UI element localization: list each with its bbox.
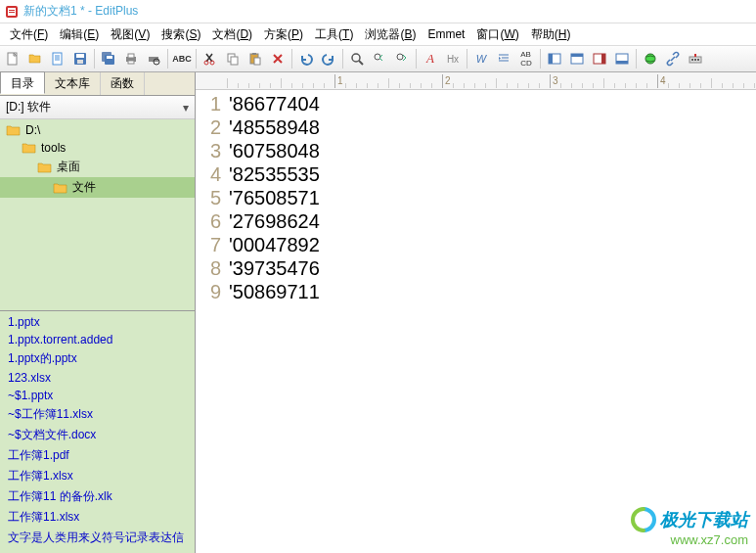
- menu-emmet[interactable]: Emmet: [422, 25, 470, 43]
- find-prev-button[interactable]: [369, 48, 390, 69]
- ruler: 123456: [196, 72, 756, 90]
- new-file-button[interactable]: [2, 48, 23, 69]
- svg-rect-37: [571, 54, 583, 57]
- drive-label: [D:] 软件: [6, 99, 51, 115]
- code-line[interactable]: '39735476: [229, 256, 756, 280]
- encoding-button[interactable]: ABCD: [515, 48, 537, 69]
- code-line[interactable]: '50869711: [229, 280, 756, 303]
- svg-rect-10: [76, 54, 84, 58]
- svg-rect-2: [9, 10, 15, 11]
- font-button[interactable]: A: [420, 48, 441, 69]
- menu-project[interactable]: 方案(P): [258, 24, 309, 45]
- ruler-number: 2: [445, 75, 451, 86]
- spell-check-button[interactable]: ABC: [171, 48, 193, 69]
- svg-rect-3: [9, 12, 15, 13]
- hex-button[interactable]: Hx: [442, 48, 464, 69]
- redo-button[interactable]: [318, 48, 339, 69]
- code-line[interactable]: '60758048: [229, 139, 756, 162]
- paste-button[interactable]: [245, 48, 266, 69]
- file-item[interactable]: 1.pptx.torrent.added: [0, 331, 195, 348]
- save-button[interactable]: [69, 48, 91, 69]
- code-line[interactable]: '76508571: [229, 186, 756, 209]
- file-item[interactable]: 1.pptx的.pptx: [0, 348, 195, 369]
- print-button[interactable]: [120, 48, 142, 69]
- line-number: 9: [196, 280, 221, 303]
- open-file-button[interactable]: [24, 48, 46, 69]
- file-item[interactable]: 工作簿1.pdf: [0, 445, 195, 466]
- menu-file[interactable]: 文件(F): [4, 24, 54, 45]
- code-line[interactable]: '27698624: [229, 209, 756, 233]
- sidebar-tabs: 目录文本库函数: [0, 72, 195, 96]
- line-number: 2: [196, 115, 221, 139]
- ruler-number: 1: [337, 75, 343, 86]
- menu-view[interactable]: 视图(V): [105, 24, 156, 45]
- svg-rect-26: [254, 58, 260, 65]
- line-number: 3: [196, 139, 221, 162]
- menu-help[interactable]: 帮助(H): [525, 24, 577, 45]
- file-item[interactable]: 123.xlsx: [0, 369, 195, 387]
- undo-button[interactable]: [295, 48, 317, 69]
- menu-tools[interactable]: 工具(T): [309, 24, 359, 45]
- code-line[interactable]: '82535535: [229, 162, 756, 186]
- settings-button[interactable]: [685, 48, 706, 69]
- code-line[interactable]: '48558948: [229, 115, 756, 139]
- svg-point-27: [352, 54, 360, 62]
- find-next-button[interactable]: [391, 48, 413, 69]
- file-item[interactable]: ~$文档文件.docx: [0, 425, 195, 445]
- document-button[interactable]: [47, 48, 68, 69]
- code-line[interactable]: '00047892: [229, 233, 756, 256]
- find-button[interactable]: [346, 48, 368, 69]
- separator: [467, 49, 467, 69]
- file-item[interactable]: 文字是人类用来义符号记录表达信: [0, 528, 195, 548]
- panel2-button[interactable]: [566, 48, 588, 69]
- file-item[interactable]: 工作簿11 的备份.xlk: [0, 486, 195, 507]
- folder-icon: [53, 181, 68, 195]
- drive-selector[interactable]: [D:] 软件 ▾: [0, 96, 195, 119]
- line-number: 4: [196, 162, 221, 186]
- separator: [167, 49, 168, 69]
- svg-point-45: [694, 59, 696, 61]
- file-item[interactable]: ~$1.pptx: [0, 387, 195, 404]
- menu-document[interactable]: 文档(D): [206, 24, 258, 45]
- file-item[interactable]: ~$工作簿11.xlsx: [0, 404, 195, 425]
- panel1-button[interactable]: [544, 48, 565, 69]
- print-preview-button[interactable]: [143, 48, 164, 69]
- window-title: 新的文档1 * - EditPlus: [23, 3, 138, 20]
- save-all-button[interactable]: [98, 48, 119, 69]
- folder-node[interactable]: 文件: [0, 177, 195, 198]
- link-button[interactable]: [662, 48, 684, 69]
- menu-search[interactable]: 搜索(S): [156, 24, 206, 45]
- svg-rect-16: [128, 54, 134, 58]
- panel4-button[interactable]: [611, 48, 633, 69]
- line-number: 7: [196, 233, 221, 256]
- text-content[interactable]: '86677404'48558948'60758048'82535535'765…: [227, 90, 756, 553]
- svg-point-46: [697, 59, 699, 61]
- folder-node[interactable]: D:\: [0, 121, 195, 139]
- folder-node[interactable]: 桌面: [0, 157, 195, 177]
- folder-node[interactable]: tools: [0, 139, 195, 157]
- sidebar-tab[interactable]: 函数: [101, 72, 145, 95]
- cut-button[interactable]: [200, 48, 221, 69]
- indent-button[interactable]: [493, 48, 514, 69]
- word-wrap-button[interactable]: W: [470, 48, 492, 69]
- copy-button[interactable]: [222, 48, 244, 69]
- panel3-button[interactable]: [589, 48, 610, 69]
- folder-icon: [6, 123, 22, 137]
- folder-label: 文件: [72, 179, 96, 196]
- file-item[interactable]: 工作簿1.xlsx: [0, 466, 195, 486]
- svg-point-29: [375, 54, 380, 60]
- sidebar-tab[interactable]: 文本库: [45, 72, 101, 95]
- sidebar-tab[interactable]: 目录: [0, 71, 45, 94]
- delete-button[interactable]: [267, 48, 289, 69]
- folder-label: tools: [41, 141, 66, 155]
- line-gutter: 123456789: [196, 90, 227, 553]
- file-item[interactable]: 1.pptx: [0, 313, 195, 331]
- browser-button[interactable]: [640, 48, 661, 69]
- menu-browser[interactable]: 浏览器(B): [359, 24, 422, 45]
- code-area[interactable]: 123456789 '86677404'48558948'60758048'82…: [196, 90, 756, 553]
- code-line[interactable]: '86677404: [229, 92, 756, 115]
- file-item[interactable]: 工作簿11.xlsx: [0, 507, 195, 528]
- menu-edit[interactable]: 编辑(E): [54, 24, 105, 45]
- menu-window[interactable]: 窗口(W): [470, 24, 524, 45]
- toolbar: ABC A Hx W ABCD: [0, 45, 756, 72]
